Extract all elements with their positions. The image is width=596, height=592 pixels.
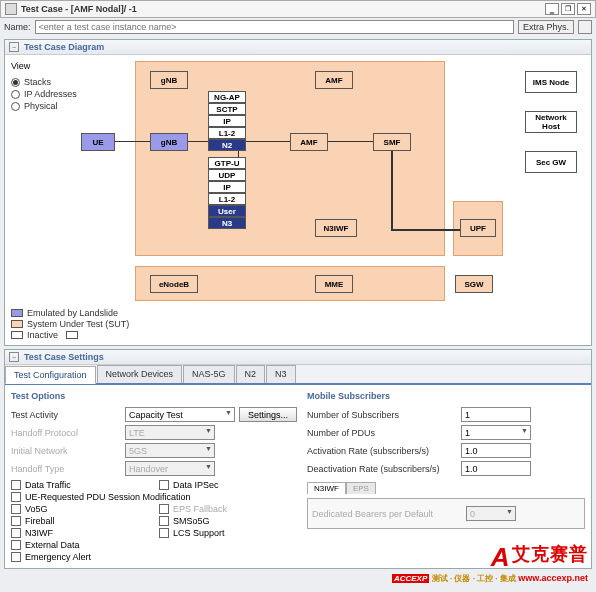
node-enodeb[interactable]: eNodeB <box>150 275 198 293</box>
num-subs-input[interactable]: 1 <box>461 407 531 422</box>
tab-test-config[interactable]: Test Configuration <box>5 366 96 384</box>
radio-ip[interactable]: IP Addresses <box>11 89 101 99</box>
stack-n2: NG-AP SCTP IP L1-2 N2 <box>208 91 246 151</box>
settings-button[interactable]: Settings... <box>239 407 297 422</box>
collapse-icon[interactable]: − <box>9 352 19 362</box>
test-options-col: Test Options Test Activity Capacity Test… <box>11 391 297 562</box>
stack-n3: GTP-U UDP IP L1-2 User N3 <box>208 157 246 229</box>
handoff-type-label: Handoff Type <box>11 464 121 474</box>
tab-nas5g[interactable]: NAS-5G <box>183 365 235 383</box>
node-upf[interactable]: UPF <box>460 219 496 237</box>
cb-vo5g[interactable]: Vo5G <box>11 504 149 514</box>
node-n3iwf[interactable]: N3IWF <box>315 219 357 237</box>
diagram-header[interactable]: − Test Case Diagram <box>5 40 591 55</box>
window-title-bar: Test Case - [AMF Nodal]/ -1 ‗ ❐ ✕ <box>0 0 596 18</box>
node-gnb[interactable]: gNB <box>150 133 188 151</box>
num-subs-label: Number of Subscribers <box>307 410 457 420</box>
cb-data-ipsec[interactable]: Data IPSec <box>159 480 297 490</box>
legend-swatch-white2 <box>66 331 78 339</box>
activity-label: Test Activity <box>11 410 121 420</box>
extra-phys-button[interactable]: Extra Phys. <box>518 20 574 34</box>
node-amf[interactable]: AMF <box>290 133 328 151</box>
radio-icon <box>11 78 20 87</box>
watermark-sub: 测试 · 仪器 · 工控 · 集成 <box>432 574 516 583</box>
cb-lcs[interactable]: LCS Support <box>159 528 297 538</box>
mini-tab-eps[interactable]: EPS <box>346 482 376 494</box>
radio-physical[interactable]: Physical <box>11 101 101 111</box>
mini-tab-n3iwf[interactable]: N3IWF <box>307 482 346 494</box>
legend-swatch-white <box>11 331 23 339</box>
handoff-proto-combo: LTE <box>125 425 215 440</box>
legend-swatch-orange <box>11 320 23 328</box>
diagram-legend: Emulated by Landslide System Under Test … <box>11 307 129 341</box>
conn-line <box>391 150 393 230</box>
collapse-icon[interactable]: − <box>9 42 19 52</box>
settings-title: Test Case Settings <box>24 352 587 362</box>
diagram-panel: − Test Case Diagram View Stacks IP Addre… <box>4 39 592 346</box>
cb-smso5g[interactable]: SMSo5G <box>159 516 297 526</box>
cb-emergency[interactable]: Emergency Alert <box>11 552 297 562</box>
radio-icon <box>11 102 20 111</box>
settings-tabs: Test Configuration Network Devices NAS-5… <box>5 365 591 385</box>
close-button[interactable]: ✕ <box>577 3 591 15</box>
initial-net-label: Initial Network <box>11 446 121 456</box>
region-main <box>135 61 445 256</box>
options-checkboxes: Data Traffic Data IPSec UE-Requested PDU… <box>11 480 297 562</box>
settings-header[interactable]: − Test Case Settings <box>5 350 591 365</box>
settings-content: Test Options Test Activity Capacity Test… <box>5 385 591 568</box>
conn-line <box>327 141 375 142</box>
node-nethost[interactable]: Network Host <box>525 111 577 133</box>
activity-combo[interactable]: Capacity Test <box>125 407 235 422</box>
node-ims[interactable]: IMS Node <box>525 71 577 93</box>
node-amf-top[interactable]: AMF <box>315 71 353 89</box>
cb-fireball[interactable]: Fireball <box>11 516 149 526</box>
num-pdus-combo[interactable]: 1 <box>461 425 531 440</box>
name-label: Name: <box>4 22 31 32</box>
diagram-body: View Stacks IP Addresses Physical gNB AM… <box>5 55 591 345</box>
radio-icon <box>11 90 20 99</box>
tab-network-devices[interactable]: Network Devices <box>97 365 183 383</box>
name-input[interactable] <box>35 20 514 34</box>
watermark-url: www.accexp.net <box>518 573 588 583</box>
cb-external-data[interactable]: External Data <box>11 540 297 550</box>
subs-subpanel: Dedicated Bearers per Default0 <box>307 498 585 529</box>
act-rate-input[interactable]: 1.0 <box>461 443 531 458</box>
num-pdus-label: Number of PDUs <box>307 428 457 438</box>
node-smf[interactable]: SMF <box>373 133 411 151</box>
tab-n3[interactable]: N3 <box>266 365 296 383</box>
deact-rate-label: Deactivation Rate (subscribers/s) <box>307 464 457 474</box>
minimize-button[interactable]: ‗ <box>545 3 559 15</box>
test-options-title: Test Options <box>11 391 297 401</box>
settings-panel: − Test Case Settings Test Configuration … <box>4 349 592 569</box>
cb-eps-fallback: EPS Fallback <box>159 504 297 514</box>
handoff-type-combo: Handover <box>125 461 215 476</box>
cb-n3iwf[interactable]: N3IWF <box>11 528 149 538</box>
app-icon <box>5 3 17 15</box>
name-bar: Name: Extra Phys. <box>0 18 596 36</box>
diagram-title: Test Case Diagram <box>24 42 587 52</box>
node-ue[interactable]: UE <box>81 133 115 151</box>
initial-net-combo: 5GS <box>125 443 215 458</box>
view-selector: View Stacks IP Addresses Physical <box>11 61 101 111</box>
conn-line <box>391 229 469 231</box>
mobile-subs-title: Mobile Subscribers <box>307 391 585 401</box>
deact-rate-input[interactable]: 1.0 <box>461 461 531 476</box>
node-secgw[interactable]: Sec GW <box>525 151 577 173</box>
tab-n2[interactable]: N2 <box>236 365 266 383</box>
maximize-button[interactable]: ❐ <box>561 3 575 15</box>
cb-ue-req[interactable]: UE-Requested PDU Session Modification <box>11 492 297 502</box>
mobile-subs-col: Mobile Subscribers Number of Subscribers… <box>307 391 585 562</box>
subs-mini-tabs: N3IWF EPS <box>307 482 585 494</box>
node-gnb-top[interactable]: gNB <box>150 71 188 89</box>
toolbar-square-button[interactable] <box>578 20 592 34</box>
act-rate-label: Activation Rate (subscribers/s) <box>307 446 457 456</box>
node-mme[interactable]: MME <box>315 275 353 293</box>
legend-swatch-purple <box>11 309 23 317</box>
view-label: View <box>11 61 101 71</box>
diagram-canvas[interactable]: gNB AMF UE gNB AMF SMF NG-AP SCTP IP L1-… <box>105 61 585 316</box>
watermark-brand: ACCEXP <box>392 574 429 583</box>
cb-data-traffic[interactable]: Data Traffic <box>11 480 149 490</box>
node-sgw[interactable]: SGW <box>455 275 493 293</box>
radio-stacks[interactable]: Stacks <box>11 77 101 87</box>
ded-bearers-label: Dedicated Bearers per Default <box>312 509 462 519</box>
